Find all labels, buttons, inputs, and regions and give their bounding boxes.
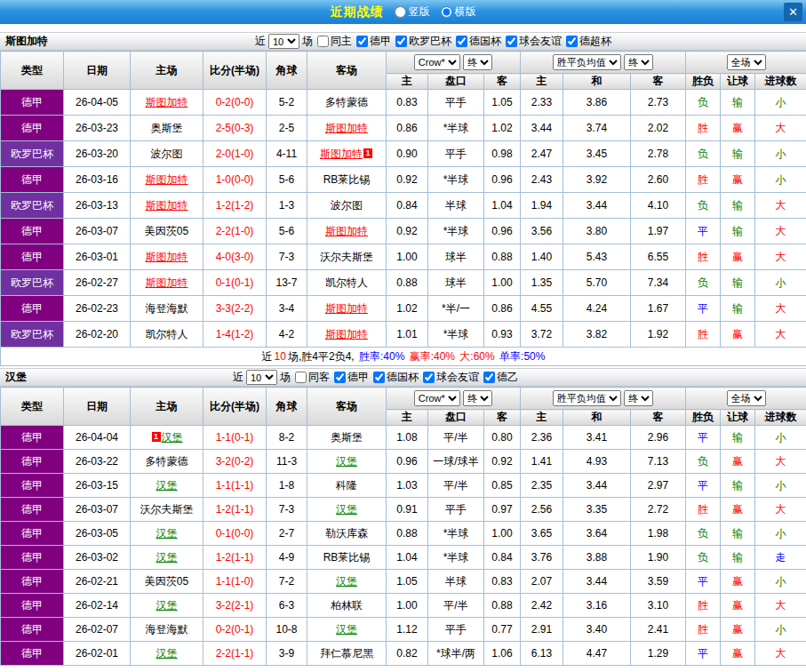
vertical-layout-radio[interactable] bbox=[395, 6, 406, 18]
home-team-link[interactable]: 凯尔特人 bbox=[146, 328, 188, 340]
away-team-link[interactable]: 斯图加特 bbox=[325, 122, 368, 134]
filter-checkbox-item-3[interactable]: 德国杯 bbox=[456, 34, 501, 49]
match-count-select[interactable]: 10 bbox=[246, 370, 277, 385]
result-goals: 大 bbox=[755, 193, 806, 219]
odds-header-group: Crow* 终 bbox=[387, 52, 521, 74]
away-team-link[interactable]: 汉堡 bbox=[336, 503, 357, 516]
home-team-link[interactable]: 奥斯堡 bbox=[151, 122, 183, 134]
mean-away-odds: 6.55 bbox=[631, 244, 686, 270]
horizontal-layout-radio[interactable] bbox=[441, 6, 452, 18]
filter-checkbox-item-2[interactable]: 德国杯 bbox=[373, 370, 419, 385]
home-team-link[interactable]: 斯图加特 bbox=[146, 251, 188, 263]
odds-company-select[interactable]: Crow* bbox=[414, 54, 460, 70]
mean-final-select[interactable]: 终 bbox=[624, 390, 653, 406]
result-outcome: 平 bbox=[686, 296, 721, 322]
away-team-link[interactable]: RB莱比锡 bbox=[323, 551, 371, 564]
home-team-link[interactable]: 汉堡 bbox=[156, 479, 178, 492]
away-team-link[interactable]: 汉堡 bbox=[336, 455, 357, 468]
close-icon[interactable]: ✕ bbox=[784, 3, 802, 21]
home-team-link[interactable]: 多特蒙德 bbox=[146, 455, 188, 468]
filter-checkbox-label: 同客 bbox=[308, 370, 330, 385]
result-goals: 小 bbox=[755, 618, 806, 642]
home-team-link[interactable]: 斯图加特 bbox=[146, 199, 188, 212]
match-date: 26-03-22 bbox=[64, 450, 131, 474]
filter-checkbox[interactable] bbox=[566, 36, 578, 47]
home-team-link[interactable]: 汉堡 bbox=[156, 647, 178, 660]
odds-final-select[interactable]: 终 bbox=[463, 390, 492, 406]
filter-checkbox-item-2[interactable]: 欧罗巴杯 bbox=[395, 34, 451, 49]
filter-checkbox-item-4[interactable]: 德乙 bbox=[483, 370, 518, 385]
away-team-link[interactable]: 凯尔特人 bbox=[325, 276, 368, 289]
home-team-link[interactable]: 斯图加特 bbox=[146, 276, 188, 289]
away-team-link[interactable]: 奥斯堡 bbox=[331, 431, 363, 444]
filter-checkbox[interactable] bbox=[456, 36, 467, 47]
home-team-link[interactable]: 斯图加特 bbox=[146, 96, 188, 108]
home-team-link[interactable]: 汉堡 bbox=[156, 599, 178, 612]
scope-select[interactable]: 全场 bbox=[727, 390, 766, 406]
filter-checkbox-item-0[interactable]: 同客 bbox=[295, 370, 330, 385]
away-team-link[interactable]: 斯图加特 bbox=[325, 225, 368, 237]
away-team-link[interactable]: 柏林联 bbox=[331, 599, 363, 612]
match-count-select[interactable]: 10 bbox=[268, 34, 299, 49]
away-team-link[interactable]: 科隆 bbox=[336, 479, 357, 492]
view-option-vertical[interactable]: 竖版 bbox=[395, 4, 430, 20]
away-team-link[interactable]: 勒沃库森 bbox=[325, 527, 368, 540]
filter-checkbox-item-0[interactable]: 同主 bbox=[317, 34, 352, 49]
mean-draw-odds: 3.41 bbox=[563, 426, 631, 450]
result-goals: 大 bbox=[755, 116, 806, 141]
result-goals: 小 bbox=[755, 141, 806, 167]
view-option-horizontal[interactable]: 横版 bbox=[441, 4, 476, 20]
away-team-link[interactable]: 斯图加特 bbox=[325, 328, 368, 340]
filter-checkbox[interactable] bbox=[373, 372, 385, 383]
away-team-link[interactable]: 斯图加特 bbox=[320, 148, 363, 160]
away-team-link[interactable]: 拜仁慕尼黑 bbox=[320, 647, 373, 660]
col-away: 客场 bbox=[307, 52, 387, 90]
mean-home-odds: 6.13 bbox=[521, 642, 563, 666]
home-team-link[interactable]: 汉堡 bbox=[162, 431, 183, 444]
home-team-link[interactable]: 美因茨05 bbox=[145, 225, 188, 237]
mean-final-select[interactable]: 终 bbox=[624, 54, 653, 70]
odds-final-select[interactable]: 终 bbox=[463, 54, 492, 70]
away-team-link[interactable]: 波尔图 bbox=[331, 199, 363, 212]
away-team-link[interactable]: RB莱比锡 bbox=[323, 173, 371, 186]
home-team-link[interactable]: 海登海默 bbox=[146, 302, 188, 315]
away-team-link[interactable]: 沃尔夫斯堡 bbox=[320, 251, 373, 263]
filter-checkbox[interactable] bbox=[506, 36, 517, 47]
result-goals: 小 bbox=[755, 167, 806, 193]
odds-home: 0.86 bbox=[387, 116, 428, 141]
home-team-link[interactable]: 波尔图 bbox=[151, 148, 183, 160]
filter-checkbox[interactable] bbox=[356, 36, 368, 47]
home-team-link[interactable]: 汉堡 bbox=[156, 551, 178, 564]
filter-checkbox[interactable] bbox=[317, 36, 329, 47]
filter-checkbox[interactable] bbox=[483, 372, 495, 383]
odds-handicap: 球半 bbox=[428, 244, 484, 270]
filter-checkbox-item-1[interactable]: 德甲 bbox=[356, 34, 391, 49]
scope-select[interactable]: 全场 bbox=[727, 54, 766, 70]
away-team-link[interactable]: 多特蒙德 bbox=[325, 96, 368, 108]
mean-away-odds: 2.73 bbox=[631, 90, 686, 116]
filter-checkbox-item-4[interactable]: 球会友谊 bbox=[506, 34, 562, 49]
result-outcome: 负 bbox=[686, 141, 721, 167]
home-team-link[interactable]: 美因茨05 bbox=[145, 575, 188, 588]
filter-checkbox[interactable] bbox=[395, 36, 407, 47]
filter-checkbox[interactable] bbox=[295, 372, 307, 383]
mean-draw-odds: 3.82 bbox=[563, 322, 631, 348]
mean-odds-select[interactable]: 胜平负均值 bbox=[553, 54, 621, 70]
corner-score: 7-3 bbox=[267, 498, 307, 522]
filter-checkbox[interactable] bbox=[423, 372, 435, 383]
home-team-link[interactable]: 斯图加特 bbox=[146, 173, 188, 186]
match-row: 欧罗巴杯26-02-20凯尔特人1-4(1-2)4-2斯图加特1.01*半球0.… bbox=[1, 322, 806, 348]
home-team-link[interactable]: 汉堡 bbox=[156, 527, 178, 540]
filter-checkbox-item-1[interactable]: 德甲 bbox=[334, 370, 369, 385]
filter-checkbox[interactable] bbox=[334, 372, 346, 383]
odds-company-select[interactable]: Crow* bbox=[414, 390, 460, 406]
away-team-link[interactable]: 斯图加特 bbox=[325, 302, 368, 315]
filter-checkbox-label: 同主 bbox=[331, 34, 352, 49]
filter-checkbox-item-3[interactable]: 球会友谊 bbox=[423, 370, 479, 385]
home-team-link[interactable]: 沃尔夫斯堡 bbox=[140, 503, 194, 516]
mean-odds-select[interactable]: 胜平负均值 bbox=[553, 390, 621, 406]
away-team-link[interactable]: 汉堡 bbox=[336, 623, 357, 636]
filter-checkbox-item-5[interactable]: 德超杯 bbox=[566, 34, 611, 49]
away-team-link[interactable]: 汉堡 bbox=[336, 575, 357, 588]
home-team-link[interactable]: 海登海默 bbox=[146, 623, 188, 636]
